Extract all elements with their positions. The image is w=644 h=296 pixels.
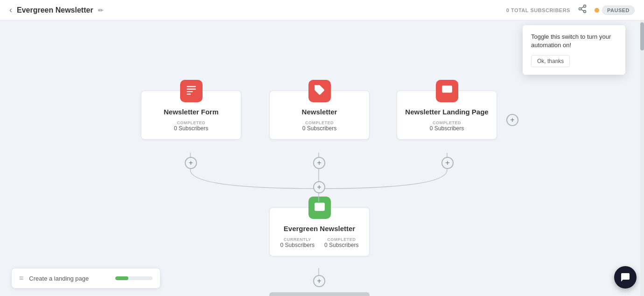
node-stat-completed: COMPLETED 0 Subscribers [324,237,358,248]
landing-icon [441,84,453,98]
svg-rect-12 [187,89,196,90]
node-stats: COMPLETED 0 Subscribers [277,120,362,132]
add-step-button-bottom[interactable]: + [313,275,325,287]
edit-icon[interactable]: ✏ [98,7,104,14]
scrollbar-track[interactable] [640,21,644,296]
node-icon-evergreen [308,197,331,219]
node-newsletter[interactable]: Newsletter COMPLETED 0 Subscribers [269,91,370,140]
node-stat-currently: CURRENTLY 0 Subscribers [280,237,315,248]
node-title: Evergreen Newsletter [277,225,362,233]
svg-line-4 [581,7,584,8]
scrollbar-thumb[interactable] [640,22,644,50]
back-button[interactable]: ‹ [9,5,12,15]
tag-icon [314,84,326,98]
stat-label: COMPLETED [430,120,464,125]
node-stat: COMPLETED 0 Subscribers [302,120,336,132]
svg-point-2 [583,10,586,13]
email-icon [314,201,326,215]
header-left: ‹ Evergreen Newsletter ✏ [9,5,104,15]
add-step-button-merge[interactable]: + [313,181,325,193]
canvas: Toggle this switch to turn your automati… [0,21,644,296]
node-stat: COMPLETED 0 Subscribers [430,120,464,132]
add-step-button-3[interactable]: + [441,157,454,169]
node-title: Newsletter Landing Page [405,108,489,116]
svg-point-1 [579,8,581,10]
node-icon-newsletter-form [180,80,203,102]
share-icon[interactable] [578,4,587,16]
svg-rect-16 [442,85,452,92]
bottom-panel: ≡ Create a landing page [11,268,161,289]
chat-icon [620,272,631,283]
node-icon-landing [436,80,458,102]
add-step-button-1[interactable]: + [185,157,197,169]
svg-line-3 [581,9,584,11]
tooltip-ok-button[interactable]: Ok, thanks [531,55,570,67]
status-dot [595,8,599,13]
stat-label: COMPLETED [302,120,336,125]
add-step-button-2[interactable]: + [313,157,325,169]
chat-button[interactable] [614,266,637,289]
status-toggle[interactable]: PAUSED [595,6,635,15]
node-stats: COMPLETED 0 Subscribers [149,120,233,132]
node-newsletter-form[interactable]: Newsletter Form COMPLETED 0 Subscribers [141,91,241,140]
form-icon [185,84,197,98]
list-icon: ≡ [19,274,23,282]
stat-value: 0 Subscribers [430,125,464,132]
progress-bar-fill [115,276,128,280]
next-node-hint [269,292,370,296]
svg-point-0 [583,5,586,7]
tooltip: Toggle this switch to turn your automati… [523,25,625,75]
node-stats: CURRENTLY 0 Subscribers COMPLETED 0 Subs… [277,237,362,248]
node-newsletter-landing[interactable]: Newsletter Landing Page COMPLETED 0 Subs… [397,91,497,140]
node-title: Newsletter Form [149,108,233,116]
stat-value: 0 Subscribers [302,125,336,132]
stat-label: COMPLETED [174,120,208,125]
add-step-button-right[interactable]: + [506,114,518,126]
page-title: Evergreen Newsletter [17,6,93,14]
node-stats: COMPLETED 0 Subscribers [405,120,489,132]
stat-label-currently: CURRENTLY [280,237,315,242]
svg-rect-11 [187,86,196,87]
tooltip-text: Toggle this switch to turn your automati… [531,33,617,49]
stat-value-completed: 0 Subscribers [324,242,358,248]
node-evergreen-newsletter[interactable]: Evergreen Newsletter CURRENTLY 0 Subscri… [269,207,370,256]
svg-rect-14 [187,94,191,95]
node-stat: COMPLETED 0 Subscribers [174,120,208,132]
node-title: Newsletter [277,108,362,116]
stat-value-currently: 0 Subscribers [280,242,315,248]
stat-value: 0 Subscribers [174,125,208,132]
svg-rect-13 [187,91,193,92]
bottom-panel-label: Create a landing page [29,275,110,282]
stat-label-completed: COMPLETED [324,237,358,242]
total-subscribers: 0 TOTAL SUBSCRIBERS [506,7,570,13]
node-icon-newsletter [308,80,331,102]
paused-badge[interactable]: PAUSED [602,6,635,15]
header: ‹ Evergreen Newsletter ✏ 0 TOTAL SUBSCRI… [0,0,644,21]
header-right: 0 TOTAL SUBSCRIBERS PAUSED [506,4,635,16]
progress-bar [115,276,153,280]
